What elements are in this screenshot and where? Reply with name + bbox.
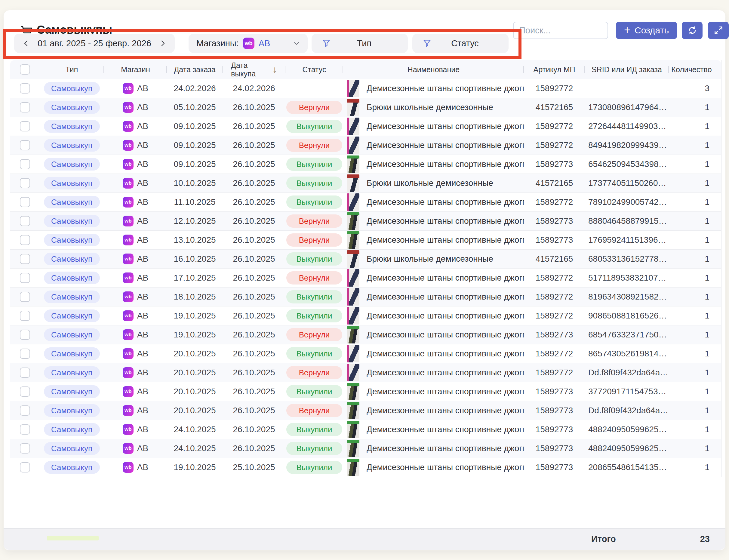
- store-cell: wb AB: [104, 212, 167, 230]
- type-filter-button[interactable]: Тип: [312, 34, 408, 53]
- row-select-cell: [10, 79, 39, 98]
- sort-desc-icon[interactable]: ↓: [272, 64, 277, 75]
- article-cell: 15892772: [524, 193, 585, 211]
- status-filter-button[interactable]: Статус: [412, 34, 509, 53]
- product-cell: Демисезонные штаны спортивные джогге: [343, 79, 524, 98]
- store-selected-value: AB: [259, 38, 270, 48]
- store-cell: wb AB: [104, 231, 167, 249]
- product-thumbnail: [347, 155, 359, 173]
- article-cell: 41572165: [524, 250, 585, 268]
- wildberries-icon: wb: [123, 348, 134, 359]
- order-date-cell: 19.10.2025: [167, 458, 223, 477]
- plus-icon: +: [624, 25, 630, 35]
- wildberries-icon: wb: [123, 329, 134, 340]
- product-cell: Демисезонные штаны спортивные джогге: [343, 363, 524, 382]
- row-checkbox[interactable]: [20, 178, 30, 188]
- product-name: Демисезонные штаны спортивные джогге: [367, 330, 524, 340]
- srid-cell: 685476332371750…: [585, 325, 669, 344]
- row-checkbox[interactable]: [20, 311, 30, 321]
- status-cell: Выкупили: [285, 382, 343, 401]
- row-checkbox[interactable]: [20, 405, 30, 416]
- type-cell: Самовыкуп: [39, 401, 104, 420]
- type-cell: Самовыкуп: [39, 79, 104, 98]
- wildberries-icon: wb: [123, 291, 134, 302]
- product-thumbnail: [347, 137, 359, 154]
- search-input[interactable]: [513, 22, 608, 39]
- store-name: AB: [137, 178, 148, 188]
- store-name: AB: [137, 330, 148, 340]
- product-cell: Демисезонные штаны спортивные джогге: [343, 325, 524, 344]
- quantity-cell: 1: [669, 193, 714, 211]
- wildberries-icon: wb: [123, 272, 134, 283]
- row-checkbox[interactable]: [20, 368, 30, 378]
- product-thumbnail: [347, 364, 359, 381]
- buyout-date-cell: 25.10.2025: [223, 458, 285, 477]
- quantity-cell: 1: [669, 401, 714, 420]
- row-checkbox[interactable]: [20, 235, 30, 245]
- row-checkbox[interactable]: [20, 273, 30, 283]
- type-badge: Самовыкуп: [44, 272, 100, 284]
- row-checkbox[interactable]: [20, 462, 30, 472]
- row-select-cell: [10, 155, 39, 174]
- row-checkbox[interactable]: [20, 330, 30, 340]
- row-checkbox[interactable]: [20, 102, 30, 112]
- wildberries-icon: wb: [123, 216, 134, 226]
- status-badge: Выкупили: [286, 158, 342, 171]
- type-badge: Самовыкуп: [44, 423, 100, 436]
- row-checkbox[interactable]: [20, 216, 30, 226]
- type-badge: Самовыкуп: [44, 101, 100, 114]
- row-checkbox[interactable]: [20, 140, 30, 150]
- select-all-checkbox[interactable]: [20, 64, 30, 75]
- wildberries-icon: wb: [123, 102, 134, 113]
- product-thumbnail: [347, 193, 359, 211]
- row-checkbox[interactable]: [20, 83, 30, 94]
- row-checkbox[interactable]: [20, 292, 30, 302]
- row-checkbox[interactable]: [20, 349, 30, 359]
- type-cell: Самовыкуп: [39, 212, 104, 230]
- chevron-right-icon[interactable]: [159, 40, 166, 47]
- stores-dropdown[interactable]: Магазины: wb AB: [189, 34, 308, 53]
- type-badge: Самовыкуп: [44, 404, 100, 417]
- type-cell: Самовыкуп: [39, 344, 104, 363]
- order-date-cell: 09.10.2025: [167, 155, 223, 174]
- row-checkbox[interactable]: [20, 443, 30, 454]
- refresh-button[interactable]: [682, 22, 703, 39]
- row-checkbox[interactable]: [20, 424, 30, 435]
- product-name: Демисезонные штаны спортивные джогге: [367, 216, 524, 226]
- product-thumbnail: [347, 99, 359, 116]
- expand-button[interactable]: [708, 22, 729, 39]
- product-cell: Брюки школьные демисезонные: [343, 98, 524, 117]
- store-cell: wb AB: [104, 363, 167, 382]
- store-cell: wb AB: [104, 193, 167, 211]
- create-button[interactable]: + Создать: [616, 22, 677, 39]
- store-name: AB: [137, 122, 148, 131]
- buyout-date-cell: 26.10.2025: [223, 117, 285, 136]
- stores-label: Магазины:: [196, 38, 239, 48]
- row-checkbox[interactable]: [20, 121, 30, 131]
- type-cell: Самовыкуп: [39, 250, 104, 268]
- row-checkbox[interactable]: [20, 254, 30, 264]
- row-checkbox[interactable]: [20, 386, 30, 397]
- wildberries-icon: wb: [123, 386, 134, 397]
- order-date-cell: 20.10.2025: [167, 363, 223, 382]
- article-cell: 15892772: [524, 288, 585, 306]
- product-name: Брюки школьные демисезонные: [367, 103, 493, 112]
- status-badge: Выкупили: [286, 195, 342, 209]
- wildberries-icon: wb: [243, 38, 254, 49]
- order-date-cell: 12.10.2025: [167, 212, 223, 230]
- table-row: Самовыкуп wb AB 19.10.2025 26.10.2025 Ве…: [10, 325, 721, 344]
- chevron-left-icon[interactable]: [23, 40, 30, 47]
- srid-cell: 680533136152778…: [585, 250, 669, 268]
- status-cell: Выкупили: [285, 117, 343, 136]
- product-cell: Демисезонные штаны спортивные джогге: [343, 155, 524, 174]
- row-checkbox[interactable]: [20, 159, 30, 169]
- wildberries-icon: wb: [123, 140, 134, 151]
- status-badge: Выкупили: [286, 461, 342, 474]
- row-select-cell: [10, 117, 39, 136]
- buyout-date-cell: 26.10.2025: [223, 269, 285, 287]
- table-row: Самовыкуп wb AB 17.10.2025 26.10.2025 Ве…: [10, 269, 721, 288]
- date-range-picker[interactable]: 01 авг. 2025 - 25 февр. 2026: [14, 34, 175, 53]
- buyout-date-cell: 26.10.2025: [223, 193, 285, 211]
- store-name: AB: [137, 159, 148, 169]
- row-checkbox[interactable]: [20, 197, 30, 207]
